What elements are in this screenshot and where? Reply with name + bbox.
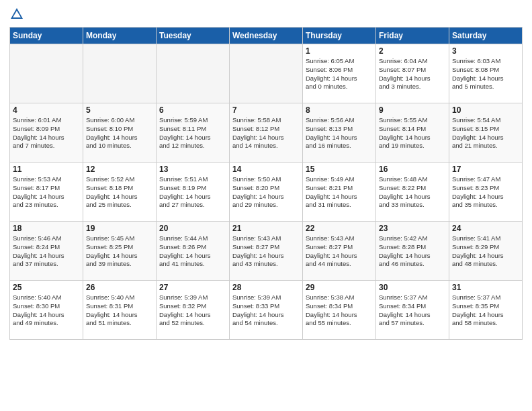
day-number: 1 xyxy=(306,46,373,56)
day-cell xyxy=(230,44,303,103)
day-number: 21 xyxy=(232,224,300,233)
day-info: Sunrise: 5:46 AM Sunset: 8:24 PM Dayligh… xyxy=(13,234,80,269)
day-info: Sunrise: 5:44 AM Sunset: 8:26 PM Dayligh… xyxy=(159,234,226,269)
calendar: SundayMondayTuesdayWednesdayThursdayFrid… xyxy=(9,27,523,340)
day-info: Sunrise: 5:47 AM Sunset: 8:23 PM Dayligh… xyxy=(452,175,519,210)
day-number: 18 xyxy=(13,224,80,233)
day-number: 29 xyxy=(306,283,373,292)
day-number: 7 xyxy=(232,105,300,115)
week-row-2: 11Sunrise: 5:53 AM Sunset: 8:17 PM Dayli… xyxy=(10,163,523,222)
weekday-header-sunday: Sunday xyxy=(10,28,83,44)
weekday-header-wednesday: Wednesday xyxy=(230,28,303,44)
day-number: 6 xyxy=(159,105,226,115)
day-cell: 26Sunrise: 5:40 AM Sunset: 8:31 PM Dayli… xyxy=(83,281,157,340)
day-cell: 10Sunrise: 5:54 AM Sunset: 8:15 PM Dayli… xyxy=(449,103,523,163)
day-info: Sunrise: 6:05 AM Sunset: 8:06 PM Dayligh… xyxy=(306,57,373,91)
day-info: Sunrise: 5:56 AM Sunset: 8:13 PM Dayligh… xyxy=(306,116,373,150)
day-number: 22 xyxy=(306,224,373,233)
week-row-0: 1Sunrise: 6:05 AM Sunset: 8:06 PM Daylig… xyxy=(10,44,523,103)
day-cell: 7Sunrise: 5:58 AM Sunset: 8:12 PM Daylig… xyxy=(230,103,303,163)
weekday-header-tuesday: Tuesday xyxy=(157,28,230,44)
day-info: Sunrise: 6:01 AM Sunset: 8:09 PM Dayligh… xyxy=(13,116,80,150)
day-cell xyxy=(157,44,230,103)
day-cell: 11Sunrise: 5:53 AM Sunset: 8:17 PM Dayli… xyxy=(10,163,83,222)
day-cell: 14Sunrise: 5:50 AM Sunset: 8:20 PM Dayli… xyxy=(230,163,303,222)
day-number: 11 xyxy=(13,165,80,174)
page: SundayMondayTuesdayWednesdayThursdayFrid… xyxy=(0,0,532,411)
day-number: 12 xyxy=(86,165,153,174)
day-info: Sunrise: 5:37 AM Sunset: 8:35 PM Dayligh… xyxy=(452,293,519,328)
day-cell: 28Sunrise: 5:39 AM Sunset: 8:33 PM Dayli… xyxy=(230,281,303,340)
day-cell: 25Sunrise: 5:40 AM Sunset: 8:30 PM Dayli… xyxy=(10,281,83,340)
day-info: Sunrise: 5:42 AM Sunset: 8:28 PM Dayligh… xyxy=(379,234,446,269)
day-cell: 12Sunrise: 5:52 AM Sunset: 8:18 PM Dayli… xyxy=(83,163,157,222)
day-info: Sunrise: 5:39 AM Sunset: 8:32 PM Dayligh… xyxy=(159,293,226,328)
day-cell: 18Sunrise: 5:46 AM Sunset: 8:24 PM Dayli… xyxy=(10,222,83,281)
week-row-4: 25Sunrise: 5:40 AM Sunset: 8:30 PM Dayli… xyxy=(10,281,523,340)
day-number: 26 xyxy=(86,283,153,292)
day-info: Sunrise: 5:41 AM Sunset: 8:29 PM Dayligh… xyxy=(452,234,519,269)
day-cell xyxy=(83,44,157,103)
day-cell: 31Sunrise: 5:37 AM Sunset: 8:35 PM Dayli… xyxy=(449,281,523,340)
day-cell: 16Sunrise: 5:48 AM Sunset: 8:22 PM Dayli… xyxy=(376,163,449,222)
day-info: Sunrise: 5:40 AM Sunset: 8:30 PM Dayligh… xyxy=(13,293,80,328)
day-number: 20 xyxy=(159,224,226,233)
day-number: 8 xyxy=(306,105,373,115)
day-info: Sunrise: 5:39 AM Sunset: 8:33 PM Dayligh… xyxy=(232,293,300,328)
day-info: Sunrise: 6:00 AM Sunset: 8:10 PM Dayligh… xyxy=(86,116,153,150)
day-info: Sunrise: 5:54 AM Sunset: 8:15 PM Dayligh… xyxy=(452,116,519,150)
day-cell: 24Sunrise: 5:41 AM Sunset: 8:29 PM Dayli… xyxy=(449,222,523,281)
day-cell: 22Sunrise: 5:43 AM Sunset: 8:27 PM Dayli… xyxy=(303,222,376,281)
day-number: 30 xyxy=(379,283,446,292)
day-cell: 20Sunrise: 5:44 AM Sunset: 8:26 PM Dayli… xyxy=(157,222,230,281)
day-info: Sunrise: 5:37 AM Sunset: 8:34 PM Dayligh… xyxy=(379,293,446,328)
day-number: 10 xyxy=(452,105,519,115)
logo-icon xyxy=(9,7,24,21)
day-info: Sunrise: 5:43 AM Sunset: 8:27 PM Dayligh… xyxy=(306,234,373,269)
day-number: 2 xyxy=(379,46,446,56)
day-info: Sunrise: 5:38 AM Sunset: 8:34 PM Dayligh… xyxy=(306,293,373,328)
day-cell: 17Sunrise: 5:47 AM Sunset: 8:23 PM Dayli… xyxy=(449,163,523,222)
weekday-header-friday: Friday xyxy=(376,28,449,44)
day-info: Sunrise: 5:58 AM Sunset: 8:12 PM Dayligh… xyxy=(232,116,300,150)
day-cell: 21Sunrise: 5:43 AM Sunset: 8:27 PM Dayli… xyxy=(230,222,303,281)
day-number: 14 xyxy=(232,165,300,174)
day-cell: 5Sunrise: 6:00 AM Sunset: 8:10 PM Daylig… xyxy=(83,103,157,163)
day-number: 19 xyxy=(86,224,153,233)
header xyxy=(9,7,523,21)
day-number: 15 xyxy=(306,165,373,174)
day-info: Sunrise: 5:49 AM Sunset: 8:21 PM Dayligh… xyxy=(306,175,373,210)
day-number: 3 xyxy=(452,46,519,56)
day-cell: 23Sunrise: 5:42 AM Sunset: 8:28 PM Dayli… xyxy=(376,222,449,281)
day-info: Sunrise: 5:50 AM Sunset: 8:20 PM Dayligh… xyxy=(232,175,300,210)
day-cell: 3Sunrise: 6:03 AM Sunset: 8:08 PM Daylig… xyxy=(449,44,523,103)
day-info: Sunrise: 5:59 AM Sunset: 8:11 PM Dayligh… xyxy=(159,116,226,150)
day-info: Sunrise: 5:48 AM Sunset: 8:22 PM Dayligh… xyxy=(379,175,446,210)
logo xyxy=(9,7,26,21)
day-number: 27 xyxy=(159,283,226,292)
week-row-1: 4Sunrise: 6:01 AM Sunset: 8:09 PM Daylig… xyxy=(10,103,523,163)
day-cell: 8Sunrise: 5:56 AM Sunset: 8:13 PM Daylig… xyxy=(303,103,376,163)
day-cell: 4Sunrise: 6:01 AM Sunset: 8:09 PM Daylig… xyxy=(10,103,83,163)
weekday-header-thursday: Thursday xyxy=(303,28,376,44)
day-info: Sunrise: 5:52 AM Sunset: 8:18 PM Dayligh… xyxy=(86,175,153,210)
day-cell: 30Sunrise: 5:37 AM Sunset: 8:34 PM Dayli… xyxy=(376,281,449,340)
day-number: 9 xyxy=(379,105,446,115)
day-info: Sunrise: 5:45 AM Sunset: 8:25 PM Dayligh… xyxy=(86,234,153,269)
day-info: Sunrise: 5:51 AM Sunset: 8:19 PM Dayligh… xyxy=(159,175,226,210)
day-info: Sunrise: 5:43 AM Sunset: 8:27 PM Dayligh… xyxy=(232,234,300,269)
weekday-header-row: SundayMondayTuesdayWednesdayThursdayFrid… xyxy=(10,28,523,44)
day-cell: 19Sunrise: 5:45 AM Sunset: 8:25 PM Dayli… xyxy=(83,222,157,281)
day-number: 5 xyxy=(86,105,153,115)
day-cell: 15Sunrise: 5:49 AM Sunset: 8:21 PM Dayli… xyxy=(303,163,376,222)
day-cell: 2Sunrise: 6:04 AM Sunset: 8:07 PM Daylig… xyxy=(376,44,449,103)
day-number: 31 xyxy=(452,283,519,292)
day-cell: 27Sunrise: 5:39 AM Sunset: 8:32 PM Dayli… xyxy=(157,281,230,340)
weekday-header-saturday: Saturday xyxy=(449,28,523,44)
day-info: Sunrise: 5:40 AM Sunset: 8:31 PM Dayligh… xyxy=(86,293,153,328)
day-info: Sunrise: 5:55 AM Sunset: 8:14 PM Dayligh… xyxy=(379,116,446,150)
day-info: Sunrise: 5:53 AM Sunset: 8:17 PM Dayligh… xyxy=(13,175,80,210)
day-number: 24 xyxy=(452,224,519,233)
day-number: 17 xyxy=(452,165,519,174)
day-cell: 6Sunrise: 5:59 AM Sunset: 8:11 PM Daylig… xyxy=(157,103,230,163)
